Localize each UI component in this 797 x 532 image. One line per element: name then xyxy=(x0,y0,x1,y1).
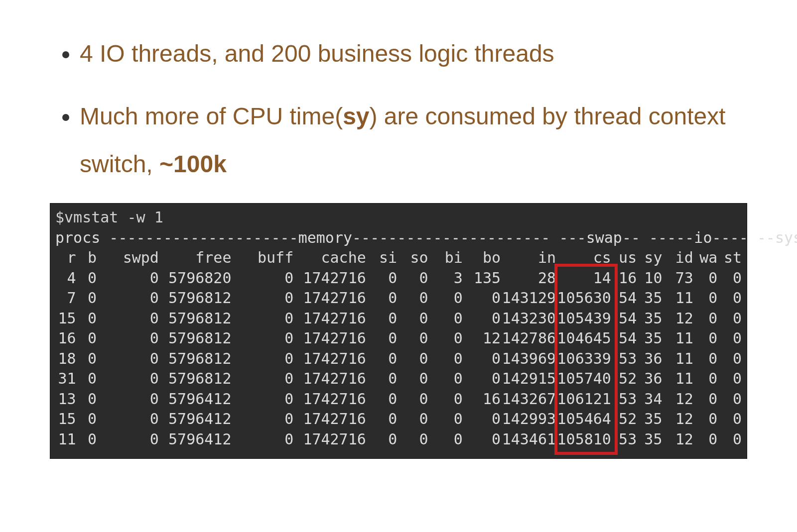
cell-si: 0 xyxy=(366,429,397,450)
cell-free: 5796412 xyxy=(159,429,232,450)
cell-cache: 1742716 xyxy=(293,369,366,389)
cell-id: 12 xyxy=(662,409,693,429)
cell-free: 5796412 xyxy=(159,389,232,410)
cell-free: 5796820 xyxy=(159,268,232,289)
cell-in: 142786 xyxy=(501,328,556,349)
cell-bo: 0 xyxy=(463,369,501,389)
cell-b: 0 xyxy=(76,288,97,309)
cell-si: 0 xyxy=(366,268,397,289)
cell-cache: 1742716 xyxy=(293,309,366,329)
hdr-sy: sy xyxy=(637,248,662,268)
cell-cache: 1742716 xyxy=(293,409,366,429)
cell-sy: 35 xyxy=(637,309,662,329)
cell-buff: 0 xyxy=(231,288,293,309)
cell-in: 143267 xyxy=(501,389,556,410)
vmstat-data-row: 1500579641201742716000014299310546452351… xyxy=(55,409,742,429)
vmstat-data-row: 1500579681201742716000014323010543954351… xyxy=(55,309,742,329)
cell-cs: 105630 xyxy=(556,288,611,309)
cell-so: 0 xyxy=(397,369,428,389)
cell-r: 7 xyxy=(55,288,76,309)
slide: 4 IO threads, and 200 business logic thr… xyxy=(0,0,797,532)
cell-cs: 106121 xyxy=(556,389,611,410)
cell-b: 0 xyxy=(76,309,97,329)
cell-id: 73 xyxy=(662,268,693,289)
cell-sy: 35 xyxy=(637,429,662,450)
cell-b: 0 xyxy=(76,328,97,349)
hdr-b: b xyxy=(76,248,97,268)
cell-free: 5796812 xyxy=(159,288,232,309)
bullet-item: 4 IO threads, and 200 business logic thr… xyxy=(80,30,747,78)
cell-swpd: 0 xyxy=(97,309,159,329)
cell-sy: 36 xyxy=(637,349,662,369)
cell-id: 12 xyxy=(662,389,693,410)
cell-bi: 0 xyxy=(428,328,463,349)
cell-cs: 14 xyxy=(556,268,611,289)
cell-swpd: 0 xyxy=(97,429,159,450)
hdr-cs: cs xyxy=(556,248,611,268)
cell-id: 11 xyxy=(662,288,693,309)
cell-in: 143461 xyxy=(501,429,556,450)
cell-r: 4 xyxy=(55,268,76,289)
terminal-output: $vmstat -w 1 procs ---------------------… xyxy=(50,203,747,459)
cell-cs: 105740 xyxy=(556,369,611,389)
cell-in: 143969 xyxy=(501,349,556,369)
cell-bi: 3 xyxy=(428,268,463,289)
cell-wa: 0 xyxy=(693,288,718,309)
cell-st: 0 xyxy=(717,349,742,369)
cell-st: 0 xyxy=(717,389,742,410)
cell-so: 0 xyxy=(397,309,428,329)
cell-wa: 0 xyxy=(693,268,718,289)
vmstat-header-row: r b swpd free buff cache si so bi bo in … xyxy=(55,248,742,268)
cell-buff: 0 xyxy=(231,409,293,429)
hdr-free: free xyxy=(159,248,232,268)
cell-r: 18 xyxy=(55,349,76,369)
cell-b: 0 xyxy=(76,389,97,410)
cell-cache: 1742716 xyxy=(293,389,366,410)
cell-swpd: 0 xyxy=(97,369,159,389)
cell-bo: 0 xyxy=(463,349,501,369)
bullet-item: Much more of CPU time(sy) are consumed b… xyxy=(80,93,747,188)
cell-swpd: 0 xyxy=(97,288,159,309)
cell-st: 0 xyxy=(717,369,742,389)
cell-buff: 0 xyxy=(231,349,293,369)
cell-wa: 0 xyxy=(693,389,718,410)
cell-sy: 35 xyxy=(637,288,662,309)
cell-swpd: 0 xyxy=(97,349,159,369)
cell-in: 142915 xyxy=(501,369,556,389)
terminal-sections: procs ---------------------memory-------… xyxy=(55,228,742,248)
vmstat-data-row: 3100579681201742716000014291510574052361… xyxy=(55,369,742,389)
hdr-buff: buff xyxy=(231,248,293,268)
cell-so: 0 xyxy=(397,389,428,410)
cell-bi: 0 xyxy=(428,349,463,369)
cell-buff: 0 xyxy=(231,389,293,410)
cell-cache: 1742716 xyxy=(293,268,366,289)
cell-sy: 34 xyxy=(637,389,662,410)
vmstat-data-row: 1300579641201742716000161432671061215334… xyxy=(55,389,742,410)
cell-free: 5796812 xyxy=(159,369,232,389)
cell-wa: 0 xyxy=(693,349,718,369)
cell-st: 0 xyxy=(717,309,742,329)
cell-so: 0 xyxy=(397,349,428,369)
cell-id: 12 xyxy=(662,429,693,450)
cell-bi: 0 xyxy=(428,389,463,410)
cell-id: 12 xyxy=(662,309,693,329)
cell-r: 11 xyxy=(55,429,76,450)
hdr-bi: bi xyxy=(428,248,463,268)
cell-b: 0 xyxy=(76,349,97,369)
cell-cs: 105464 xyxy=(556,409,611,429)
cell-bo: 0 xyxy=(463,429,501,450)
cell-st: 0 xyxy=(717,409,742,429)
cell-bi: 0 xyxy=(428,409,463,429)
cell-st: 0 xyxy=(717,429,742,450)
cell-cs: 106339 xyxy=(556,349,611,369)
cell-us: 54 xyxy=(611,328,637,349)
cell-r: 16 xyxy=(55,328,76,349)
cell-wa: 0 xyxy=(693,429,718,450)
cell-bi: 0 xyxy=(428,309,463,329)
hdr-so: so xyxy=(397,248,428,268)
cell-wa: 0 xyxy=(693,409,718,429)
cell-buff: 0 xyxy=(231,429,293,450)
cell-free: 5796812 xyxy=(159,349,232,369)
cell-swpd: 0 xyxy=(97,409,159,429)
cell-us: 52 xyxy=(611,409,637,429)
